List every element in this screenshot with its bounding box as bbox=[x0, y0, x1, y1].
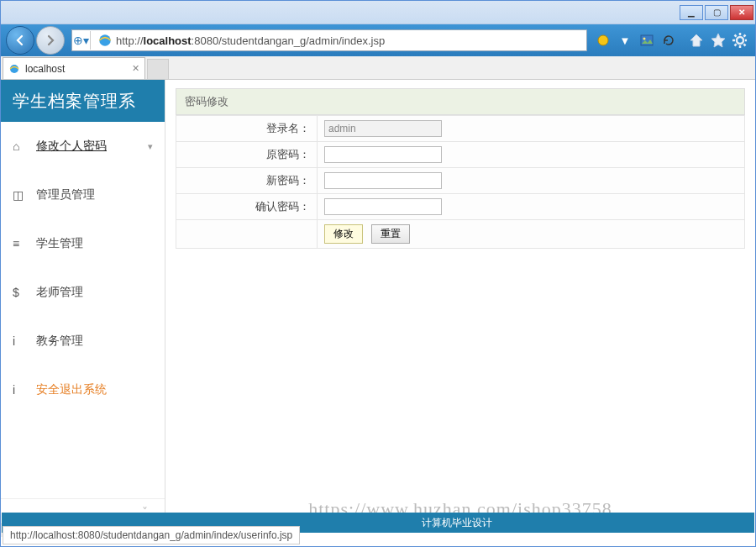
svg-point-1 bbox=[598, 35, 608, 45]
svg-line-10 bbox=[743, 44, 745, 45]
page-content: 学生档案管理系 ⌂ 修改个人密码 ▾ ◫ 管理员管理 ≡ 学生管理 $ 老师管理 bbox=[1, 80, 755, 537]
row-old-password: 原密码： bbox=[176, 142, 745, 168]
svg-point-4 bbox=[737, 37, 743, 44]
status-url: http://localhost:8080/studentdangan_g/ad… bbox=[10, 529, 292, 541]
browser-window: ▁ ▢ ✕ ⊕▾ http://localhost:8080/studentda… bbox=[0, 0, 756, 547]
password-form: 登录名： 原密码： 新密码： 确认密码： bbox=[176, 115, 745, 249]
reset-button[interactable]: 重置 bbox=[371, 224, 410, 244]
new-tab-button[interactable] bbox=[147, 59, 169, 79]
box-icon: ◫ bbox=[13, 188, 28, 202]
minimize-button[interactable]: ▁ bbox=[680, 5, 703, 20]
address-url-text: http://localhost:8080/studentdangan_g/ad… bbox=[116, 34, 385, 47]
sidebar-item-label: 教务管理 bbox=[36, 334, 83, 349]
brand-title: 学生档案管理系 bbox=[1, 80, 165, 122]
info-icon: i bbox=[13, 334, 28, 348]
row-new-password: 新密码： bbox=[176, 168, 745, 194]
panel-title: 密码修改 bbox=[176, 88, 745, 115]
label-old-password: 原密码： bbox=[176, 142, 318, 168]
browser-tab[interactable]: localhost ✕ bbox=[3, 57, 145, 79]
svg-rect-2 bbox=[641, 35, 653, 45]
tab-close-icon[interactable]: ✕ bbox=[132, 63, 139, 74]
label-new-password: 新密码： bbox=[176, 168, 318, 194]
ie-favicon-icon bbox=[97, 33, 113, 48]
sidebar-item-change-password[interactable]: ⌂ 修改个人密码 ▾ bbox=[1, 122, 165, 171]
svg-point-13 bbox=[10, 65, 18, 73]
new-password-input[interactable] bbox=[324, 172, 442, 189]
main-panel: 密码修改 登录名： 原密码： 新密码： 确认密码： bbox=[165, 80, 755, 537]
new-tab-icon[interactable]: ⊕▾ bbox=[72, 31, 91, 50]
refresh-icon[interactable] bbox=[661, 33, 676, 48]
submit-button[interactable]: 修改 bbox=[324, 224, 363, 244]
svg-line-12 bbox=[735, 44, 737, 45]
svg-point-3 bbox=[643, 38, 646, 40]
info-icon: i bbox=[13, 383, 28, 397]
sidebar-item-academic[interactable]: i 教务管理 bbox=[1, 317, 165, 366]
sidebar-item-label: 学生管理 bbox=[36, 236, 83, 251]
nav-right-tools bbox=[685, 33, 750, 48]
chevron-down-icon: ▾ bbox=[148, 141, 153, 152]
footer-credit: 计算机毕业设计 bbox=[422, 516, 492, 530]
svg-point-0 bbox=[99, 34, 111, 46]
dollar-icon: $ bbox=[13, 286, 28, 299]
sidebar-menu: ⌂ 修改个人密码 ▾ ◫ 管理员管理 ≡ 学生管理 $ 老师管理 i bbox=[1, 122, 165, 498]
home-icon[interactable] bbox=[688, 33, 703, 48]
address-input[interactable] bbox=[385, 31, 586, 50]
row-buttons: 修改 重置 bbox=[176, 220, 745, 249]
sidebar-item-teacher[interactable]: $ 老师管理 bbox=[1, 268, 165, 317]
status-bar: http://localhost:8080/studentdangan_g/ad… bbox=[3, 526, 300, 544]
back-button[interactable] bbox=[6, 26, 34, 55]
sidebar: 学生档案管理系 ⌂ 修改个人密码 ▾ ◫ 管理员管理 ≡ 学生管理 $ 老师管理 bbox=[1, 80, 165, 537]
sidebar-item-label: 管理员管理 bbox=[36, 187, 95, 202]
old-password-input[interactable] bbox=[324, 146, 442, 163]
forward-button[interactable] bbox=[36, 26, 65, 55]
window-titlebar: ▁ ▢ ✕ bbox=[1, 1, 755, 24]
close-button[interactable]: ✕ bbox=[730, 5, 753, 20]
list-icon: ≡ bbox=[13, 237, 28, 250]
label-confirm-password: 确认密码： bbox=[176, 194, 318, 220]
sidebar-item-exit[interactable]: i 安全退出系统 bbox=[1, 366, 165, 414]
sidebar-item-student[interactable]: ≡ 学生管理 bbox=[1, 219, 165, 268]
login-input bbox=[324, 120, 442, 137]
tab-strip: localhost ✕ bbox=[1, 56, 755, 80]
browser-navbar: ⊕▾ http://localhost:8080/studentdangan_g… bbox=[1, 24, 755, 56]
svg-line-11 bbox=[743, 35, 745, 37]
addr-right-icons: ▼ bbox=[592, 33, 680, 48]
sidebar-item-label: 安全退出系统 bbox=[36, 382, 107, 397]
address-bar[interactable]: ⊕▾ http://localhost:8080/studentdangan_g… bbox=[71, 29, 587, 51]
tab-favicon-icon bbox=[8, 63, 20, 75]
row-login: 登录名： bbox=[176, 116, 745, 142]
sidebar-item-label: 修改个人密码 bbox=[36, 139, 107, 154]
row-confirm-password: 确认密码： bbox=[176, 194, 745, 220]
tab-title: localhost bbox=[25, 63, 65, 75]
confirm-password-input[interactable] bbox=[324, 198, 442, 215]
maximize-button[interactable]: ▢ bbox=[705, 5, 728, 20]
tools-icon[interactable] bbox=[732, 33, 747, 48]
home-icon: ⌂ bbox=[13, 139, 28, 153]
sidebar-item-label: 老师管理 bbox=[36, 285, 83, 300]
picture-icon[interactable] bbox=[639, 33, 654, 48]
label-login: 登录名： bbox=[176, 116, 318, 142]
svg-line-9 bbox=[735, 35, 737, 37]
favorites-icon[interactable] bbox=[710, 33, 725, 48]
compat-icon[interactable] bbox=[596, 33, 611, 48]
sidebar-item-admin[interactable]: ◫ 管理员管理 bbox=[1, 171, 165, 219]
stop-dropdown-icon[interactable]: ▼ bbox=[617, 33, 633, 48]
